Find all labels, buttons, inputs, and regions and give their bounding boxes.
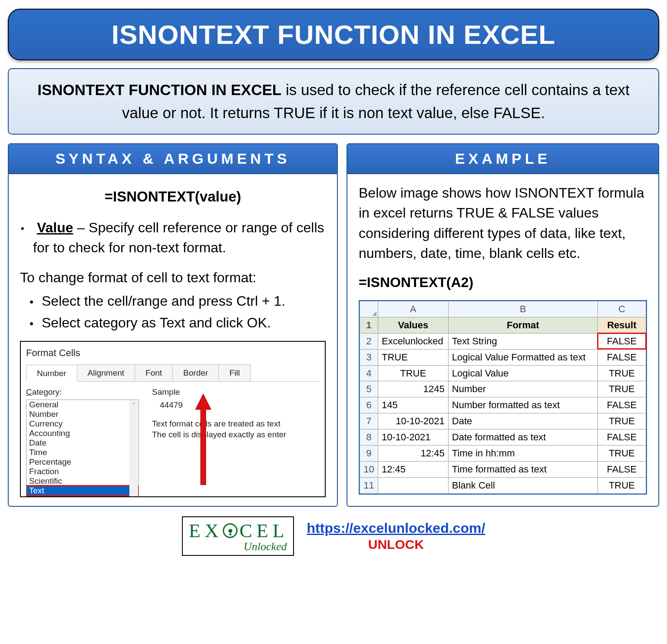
syntax-step: Select category as Text and click OK. bbox=[42, 313, 326, 333]
category-label: Category: bbox=[26, 386, 139, 398]
row-header[interactable]: 5 bbox=[360, 381, 378, 397]
category-item[interactable]: Special bbox=[26, 495, 139, 497]
site-url-link[interactable]: https://excelunlocked.com/ bbox=[307, 520, 485, 536]
category-item[interactable]: Text bbox=[26, 486, 139, 495]
row-header[interactable]: 6 bbox=[360, 397, 378, 413]
cell-values[interactable]: 12:45 bbox=[378, 445, 448, 461]
category-item[interactable]: Fraction bbox=[26, 467, 139, 476]
tab-fill[interactable]: Fill bbox=[218, 364, 251, 382]
cell-format[interactable]: Number formatted as text bbox=[448, 397, 598, 413]
col-header-b[interactable]: B bbox=[448, 301, 598, 317]
category-item[interactable]: Number bbox=[26, 410, 139, 419]
cell-values[interactable]: Excelunlocked bbox=[378, 333, 448, 349]
tab-border[interactable]: Border bbox=[172, 364, 219, 382]
cell-values[interactable]: 10-10-2021 bbox=[378, 429, 448, 446]
cell-values[interactable]: TRUE bbox=[378, 349, 448, 365]
category-list[interactable]: GeneralNumberCurrencyAccountingDateTimeP… bbox=[26, 400, 139, 497]
logo-letter: X bbox=[205, 520, 221, 542]
cell-values[interactable] bbox=[378, 477, 448, 493]
cell-result[interactable]: FALSE bbox=[598, 429, 646, 446]
row-header[interactable]: 11 bbox=[360, 477, 378, 493]
syntax-steps: Select the cell/range and press Ctrl + 1… bbox=[20, 291, 326, 333]
cell-values[interactable]: 1245 bbox=[378, 381, 448, 397]
description-lead: ISNONTEXT FUNCTION IN EXCEL bbox=[37, 81, 281, 98]
cell-format[interactable]: Date bbox=[448, 413, 598, 429]
row-header[interactable]: 8 bbox=[360, 429, 378, 446]
example-card: EXAMPLE Below image shows how ISNONTEXT … bbox=[347, 143, 659, 507]
excel-unlocked-logo: E X C E L Unlocked bbox=[182, 516, 294, 556]
cell-format[interactable]: Blank Cell bbox=[448, 477, 598, 493]
cell-result[interactable]: TRUE bbox=[598, 381, 646, 397]
table-row: 1012:45Time formatted as textFALSE bbox=[360, 461, 646, 477]
cell-format[interactable]: Time in hh:mm bbox=[448, 445, 598, 461]
example-grid: A B C 1 Values Format Result 2Excelunloc… bbox=[359, 300, 647, 495]
row-header[interactable]: 9 bbox=[360, 445, 378, 461]
table-row: 912:45Time in hh:mmTRUE bbox=[360, 445, 646, 461]
cell-values[interactable]: 145 bbox=[378, 397, 448, 413]
table-row: 3TRUELogical Value Formatted as textFALS… bbox=[360, 349, 646, 365]
cell-values[interactable]: TRUE bbox=[378, 365, 448, 381]
logo-letter: E bbox=[189, 520, 203, 542]
table-row: 11Blank CellTRUE bbox=[360, 477, 646, 493]
description-box: ISNONTEXT FUNCTION IN EXCEL is used to c… bbox=[8, 68, 659, 135]
format-help: Text format cells are treated as text Th… bbox=[152, 419, 320, 440]
cell-result[interactable]: FALSE bbox=[598, 397, 646, 413]
category-item[interactable]: Percentage bbox=[26, 457, 139, 467]
category-item[interactable]: Scientific bbox=[26, 476, 139, 486]
category-item[interactable]: Accounting bbox=[26, 429, 139, 438]
cell-format[interactable]: Number bbox=[448, 381, 598, 397]
category-item[interactable]: Date bbox=[26, 438, 139, 448]
select-all-corner[interactable] bbox=[360, 301, 378, 317]
table-row: 2ExcelunlockedText StringFALSE bbox=[360, 333, 646, 349]
table-row: 810-10-2021Date formatted as textFALSE bbox=[360, 429, 646, 446]
table-row: 51245NumberTRUE bbox=[360, 381, 646, 397]
category-item[interactable]: Currency bbox=[26, 419, 139, 429]
cell-result[interactable]: FALSE bbox=[598, 461, 646, 477]
title-bar: ISNONTEXT FUNCTION IN EXCEL bbox=[8, 9, 659, 60]
syntax-note: To change format of cell to text format: bbox=[20, 268, 326, 287]
tab-alignment[interactable]: Alignment bbox=[77, 364, 135, 382]
col-header-c[interactable]: C bbox=[598, 301, 646, 317]
syntax-arguments: Value – Specify cell reference or range … bbox=[20, 218, 326, 258]
category-item[interactable]: Time bbox=[26, 448, 139, 457]
category-item[interactable]: General bbox=[26, 400, 139, 410]
cell-format[interactable]: Time formatted as text bbox=[448, 461, 598, 477]
tab-number[interactable]: Number bbox=[26, 365, 77, 382]
cell-result[interactable]: TRUE bbox=[598, 445, 646, 461]
row-header[interactable]: 1 bbox=[360, 317, 378, 333]
cell-format[interactable]: Logical Value Formatted as text bbox=[448, 349, 598, 365]
row-header[interactable]: 4 bbox=[360, 365, 378, 381]
header-values: Values bbox=[378, 317, 448, 333]
sample-label: Sample bbox=[152, 386, 320, 398]
grid-col-headers: A B C bbox=[360, 301, 646, 317]
logo-letter: C bbox=[239, 520, 254, 542]
table-row: 6145Number formatted as textFALSE bbox=[360, 397, 646, 413]
cell-format[interactable]: Text String bbox=[448, 333, 598, 349]
cell-values[interactable]: 10-10-2021 bbox=[378, 413, 448, 429]
tab-font[interactable]: Font bbox=[135, 364, 173, 382]
logo-top: E X C E L bbox=[189, 520, 287, 542]
row-header[interactable]: 3 bbox=[360, 349, 378, 365]
scrollbar[interactable] bbox=[129, 400, 138, 497]
col-header-a[interactable]: A bbox=[378, 301, 448, 317]
logo-letter: E bbox=[257, 520, 271, 542]
cell-result[interactable]: FALSE bbox=[598, 349, 646, 365]
row-header[interactable]: 2 bbox=[360, 333, 378, 349]
row-header[interactable]: 10 bbox=[360, 461, 378, 477]
cell-format[interactable]: Logical Value bbox=[448, 365, 598, 381]
unlock-label: UNLOCK bbox=[307, 537, 485, 552]
table-row: 4TRUELogical ValueTRUE bbox=[360, 365, 646, 381]
cell-result[interactable]: TRUE bbox=[598, 413, 646, 429]
cell-values[interactable]: 12:45 bbox=[378, 461, 448, 477]
cell-result[interactable]: TRUE bbox=[598, 365, 646, 381]
format-cells-dialog: Format Cells Number Alignment Font Borde… bbox=[20, 341, 326, 497]
row-header[interactable]: 7 bbox=[360, 413, 378, 429]
cell-result[interactable]: FALSE bbox=[598, 333, 646, 349]
cell-result[interactable]: TRUE bbox=[598, 477, 646, 493]
example-heading: EXAMPLE bbox=[347, 144, 658, 174]
syntax-heading: SYNTAX & ARGUMENTS bbox=[9, 144, 337, 174]
syntax-formula: =ISNONTEXT(value) bbox=[20, 186, 326, 207]
syntax-arg-text: – Specify cell reference or range of cel… bbox=[33, 220, 324, 255]
help-line: The cell is displayed exactly as enter bbox=[152, 429, 320, 440]
cell-format[interactable]: Date formatted as text bbox=[448, 429, 598, 446]
